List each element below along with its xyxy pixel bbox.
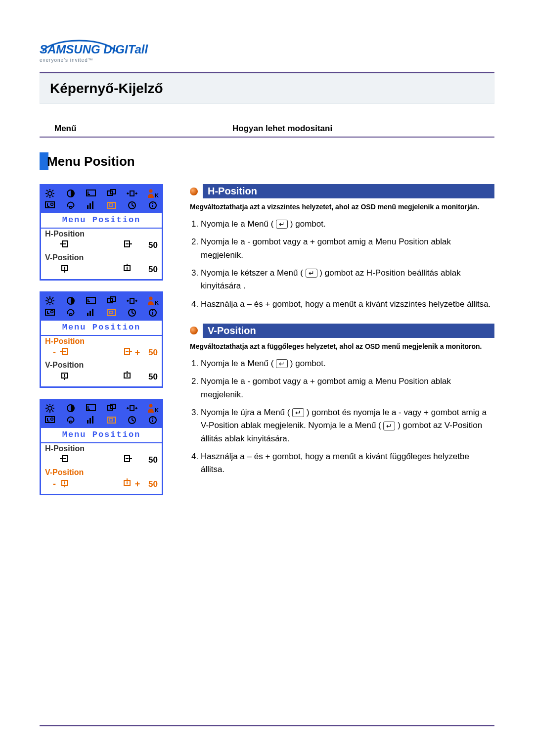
screen-icon	[85, 296, 97, 306]
h-left-glyph	[58, 455, 72, 465]
svg-point-105	[51, 418, 53, 421]
svg-line-94	[46, 411, 48, 412]
halfmoon-icon	[65, 296, 77, 306]
bottom-divider	[40, 725, 494, 726]
harrow-icon	[126, 296, 138, 306]
section-title: V-Position	[203, 324, 494, 338]
svg-rect-66	[92, 309, 93, 316]
osd-v-label: V-Position	[45, 361, 84, 369]
v-up-glyph	[120, 264, 134, 275]
svg-point-62	[51, 311, 53, 313]
halfmoon-icon	[65, 189, 77, 198]
svg-line-114	[132, 420, 134, 421]
osd-title: Menu Position	[41, 321, 162, 336]
svg-point-87	[48, 406, 52, 410]
osd-h-label: H-Position	[45, 444, 85, 453]
svg-line-8	[46, 196, 48, 197]
harrow-icon	[126, 403, 138, 413]
clock-icon	[126, 308, 138, 318]
step-item: Nyomja le a - gombot vagy a + gombot ami…	[201, 236, 494, 262]
osd-v-label: V-Position	[45, 468, 84, 476]
harrow-icon	[126, 189, 138, 198]
clock-icon	[126, 200, 138, 210]
section-desc: Megváltoztathatja azt a függőleges helyz…	[190, 342, 494, 351]
svg-line-28	[132, 205, 134, 206]
osd-icon-grid: K	[41, 400, 162, 428]
plus-icon: +	[134, 347, 141, 358]
osd-h-value: 50	[141, 240, 158, 250]
step-item: Nyomja le kétszer a Menű ( ↵ ) gombot az…	[201, 267, 494, 293]
bullet-icon	[190, 188, 198, 195]
bulb-icon	[65, 308, 77, 318]
info-icon	[147, 308, 159, 318]
svg-line-93	[52, 411, 54, 412]
osd-v-label: V-Position	[45, 253, 84, 262]
col-header-howto: Hogyan lehet modositani	[232, 124, 332, 134]
enter-key-icon: ↵	[292, 408, 304, 417]
v-down-glyph	[58, 478, 72, 490]
svg-point-20	[69, 206, 72, 208]
svg-point-63	[69, 314, 72, 316]
col-header-menu: Menű	[54, 124, 232, 134]
sun-icon	[44, 296, 56, 306]
info-icon	[147, 415, 159, 425]
page-title: Képernyő-Kijelző	[50, 81, 163, 96]
column-header-row: Menű Hogyan lehet modositani	[40, 124, 494, 138]
h-right-glyph	[120, 347, 134, 358]
section-v-position: V-Position Megváltoztathatja azt a függő…	[190, 324, 494, 476]
svg-point-15	[149, 189, 152, 193]
clock-icon	[126, 415, 138, 425]
svg-rect-107	[87, 420, 89, 424]
svg-line-9	[52, 190, 54, 191]
svg-line-51	[46, 303, 48, 305]
step-item: Használja a – és + gombot, hogy a menűt …	[201, 298, 494, 311]
osd-screenshots-column: K Menu Position H-Position 50 V-Position…	[40, 184, 178, 506]
svg-rect-64	[87, 313, 89, 316]
svg-point-31	[152, 203, 153, 204]
sun-icon	[44, 403, 56, 413]
minus-icon: -	[51, 479, 58, 489]
enter-key-icon: ↵	[276, 359, 288, 368]
screen-icon	[85, 403, 97, 413]
steps-list: Nyomja le a Menű ( ↵ ) gombot.Nyomja le …	[190, 218, 494, 311]
page-title-bar: Képernyő-Kijelző	[40, 73, 494, 104]
v-up-glyph	[120, 478, 134, 490]
screen2-icon	[44, 200, 56, 210]
main-section-title-text: Menu Position	[47, 154, 135, 169]
svg-point-19	[51, 203, 53, 206]
overlap-icon	[106, 296, 118, 306]
bullet-icon	[190, 327, 198, 334]
svg-line-92	[46, 405, 48, 406]
osd-h-value: 50	[141, 455, 158, 465]
osd-title: Menu Position	[41, 428, 162, 443]
bulb-icon	[65, 200, 77, 210]
bars-icon	[85, 200, 97, 210]
info-icon	[147, 200, 159, 210]
osd-v-value: 50	[141, 479, 158, 489]
step-item: Nyomja le újra a Menű ( ↵ ) gombot és ny…	[201, 406, 494, 445]
svg-point-74	[152, 310, 153, 311]
step-item: Nyomja le a Menű ( ↵ ) gombot.	[201, 218, 494, 231]
v-down-glyph	[58, 264, 72, 275]
screen2-icon	[44, 415, 56, 425]
svg-line-71	[132, 313, 134, 314]
svg-line-7	[52, 196, 54, 197]
svg-line-50	[52, 303, 54, 305]
svg-rect-21	[87, 205, 89, 209]
screen2-icon	[44, 308, 56, 318]
overlap-icon	[106, 403, 118, 413]
bars-icon	[85, 308, 97, 318]
svg-rect-109	[92, 416, 93, 424]
step-item: Nyomja le a - gombot vagy a + gombot ami…	[201, 375, 494, 401]
person-k-icon: K	[147, 189, 159, 198]
osd-icon-grid: K	[41, 293, 162, 321]
h-right-glyph	[120, 455, 134, 465]
minus-icon: -	[51, 347, 58, 358]
osd-v-value: 50	[141, 265, 158, 275]
osd-h-label: H-Position	[45, 230, 85, 238]
osd-h-value: 50	[141, 348, 158, 358]
osd-panel: K Menu Position H-Position 50 V-Position…	[40, 399, 163, 495]
brand-tagline: everyone's invited™	[40, 57, 494, 63]
main-section-title: Menu Position	[40, 152, 494, 170]
v-down-glyph	[58, 371, 72, 382]
